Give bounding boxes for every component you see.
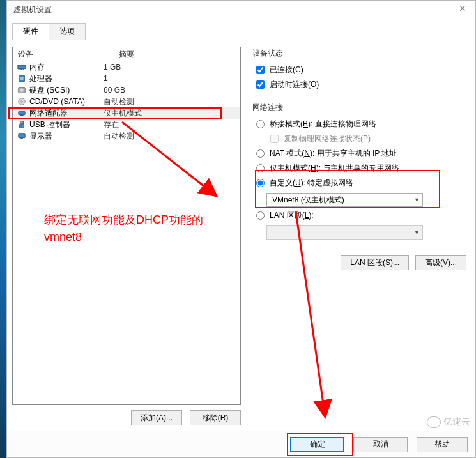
device-name: USB 控制器: [29, 119, 70, 130]
cloud-icon: [427, 416, 441, 428]
svg-rect-1: [19, 69, 20, 70]
radio-icon[interactable]: [256, 149, 265, 158]
device-name: 网络适配器: [29, 108, 68, 119]
chk-connect-poweron[interactable]: 启动时连接(O): [252, 77, 466, 92]
tabs: 硬件 选项: [7, 19, 475, 40]
svg-rect-10: [19, 111, 26, 114]
table-row[interactable]: 显示器自动检测: [13, 130, 240, 142]
device-summary: 60 GB: [104, 86, 236, 95]
remove-button[interactable]: 移除(R): [190, 410, 241, 425]
svg-rect-3: [23, 69, 24, 70]
col-summary: 摘要: [114, 47, 240, 61]
dropdown-value: VMnet8 (仅主机模式): [272, 195, 344, 206]
device-summary: 存在: [104, 119, 236, 130]
device-status-group: 设备状态 已连接(C) 启动时连接(O): [252, 48, 466, 92]
checkbox-icon[interactable]: [256, 66, 265, 74]
device-summary: 1 GB: [104, 63, 236, 72]
radio-icon[interactable]: [256, 211, 265, 220]
right-buttons: LAN 区段(S)... 高级(V)...: [252, 255, 466, 270]
settings-window: 虚拟机设置 ✕ 硬件 选项 设备 摘要 内存1 GB处理器1硬盘 (SCSI)6…: [6, 0, 476, 458]
radio-lanseg[interactable]: LAN 区段(L):: [252, 208, 466, 223]
tab-options[interactable]: 选项: [49, 23, 86, 40]
radio-nat[interactable]: NAT 模式(N): 用于共享主机的 IP 地址: [252, 146, 466, 161]
close-icon[interactable]: ✕: [456, 3, 469, 16]
chk-connected[interactable]: 已连接(C): [252, 63, 466, 77]
chevron-down-icon: ▼: [414, 197, 420, 203]
ok-button[interactable]: 确定: [290, 437, 344, 452]
network-group: 网络连接 桥接模式(B): 直接连接物理网络 复制物理网络连接状态(P) NAT…: [252, 102, 466, 240]
dialog-body: 设备 摘要 内存1 GB处理器1硬盘 (SCSI)60 GBCD/DVD (SA…: [7, 40, 475, 431]
svg-rect-11: [20, 115, 23, 116]
table-row[interactable]: USB 控制器存在: [13, 119, 240, 130]
table-row[interactable]: 硬盘 (SCSI)60 GB: [13, 84, 240, 96]
radio-hostonly[interactable]: 仅主机模式(H): 与主机共享的专用网络: [252, 161, 466, 176]
svg-point-7: [20, 88, 23, 91]
dropdown-custom-vnet[interactable]: VMnet8 (仅主机模式) ▼: [266, 193, 423, 207]
tab-hardware[interactable]: 硬件: [12, 23, 49, 40]
dropdown-lansegment: ▼: [266, 225, 423, 240]
checkbox-icon[interactable]: [256, 80, 265, 89]
display-icon: [17, 131, 27, 141]
titlebar: 虚拟机设置 ✕: [7, 1, 475, 19]
dialog-footer: 确定 取消 帮助: [7, 431, 475, 457]
svg-point-9: [21, 101, 23, 103]
advanced-button[interactable]: 高级(V)...: [415, 255, 466, 270]
table-row[interactable]: 处理器1: [13, 73, 240, 84]
table-row[interactable]: CD/DVD (SATA)自动检测: [13, 96, 240, 107]
device-summary: 1: [104, 74, 236, 83]
svg-rect-15: [20, 138, 23, 139]
svg-rect-12: [20, 121, 23, 124]
svg-rect-0: [18, 65, 26, 68]
cd-icon: [17, 96, 27, 107]
help-button[interactable]: 帮助: [417, 437, 468, 452]
chk-replicate: 复制物理网络连接状态(P): [252, 132, 466, 146]
left-buttons: 添加(A)... 移除(R): [12, 410, 241, 425]
add-button[interactable]: 添加(A)...: [131, 410, 182, 425]
lan-segments-button[interactable]: LAN 区段(S)...: [341, 255, 409, 270]
device-name: 处理器: [29, 73, 52, 84]
radio-icon[interactable]: [256, 120, 265, 128]
window-title: 虚拟机设置: [13, 4, 52, 15]
svg-rect-5: [20, 77, 23, 80]
device-summary: 自动检测: [104, 96, 236, 107]
cancel-button[interactable]: 取消: [353, 437, 408, 452]
device-name: 内存: [29, 62, 45, 73]
col-device: 设备: [13, 47, 114, 61]
radio-icon[interactable]: [256, 164, 265, 172]
device-status-label: 设备状态: [252, 48, 466, 59]
right-panel: 设备状态 已连接(C) 启动时连接(O) 网络连接 桥接模式(B): 直接连接物…: [249, 47, 470, 425]
cpu-icon: [17, 73, 27, 84]
annotation-text: 绑定无联网功能及DHCP功能的 vmnet8: [44, 211, 203, 246]
disk-icon: [17, 85, 27, 95]
radio-bridged[interactable]: 桥接模式(B): 直接连接物理网络: [252, 117, 466, 132]
memory-icon: [17, 62, 27, 72]
network-group-label: 网络连接: [252, 102, 466, 113]
svg-rect-13: [20, 124, 24, 128]
chevron-down-icon: ▼: [414, 229, 420, 236]
svg-rect-2: [20, 69, 22, 70]
table-row[interactable]: 网络适配器仅主机模式: [13, 107, 240, 119]
usb-icon: [17, 119, 27, 130]
network-icon: [17, 108, 27, 118]
radio-custom[interactable]: 自定义(U): 特定虚拟网络: [252, 176, 466, 190]
svg-rect-14: [19, 134, 26, 138]
device-summary: 仅主机模式: [104, 108, 236, 119]
device-name: 硬盘 (SCSI): [29, 85, 70, 96]
device-name: 显示器: [29, 131, 52, 142]
checkbox-icon: [270, 135, 279, 143]
watermark: 亿速云: [427, 416, 470, 428]
radio-icon[interactable]: [256, 179, 265, 187]
device-name: CD/DVD (SATA): [29, 97, 85, 106]
device-summary: 自动检测: [104, 131, 236, 142]
list-header: 设备 摘要: [13, 47, 240, 61]
table-row[interactable]: 内存1 GB: [13, 61, 240, 73]
